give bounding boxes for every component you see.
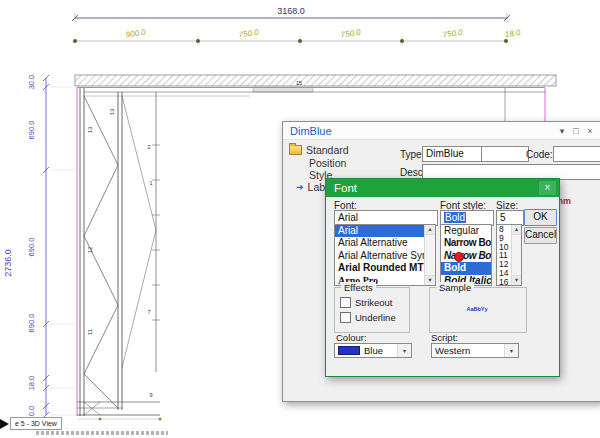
sample-group: Sample xyxy=(429,287,527,333)
tree-item-label: Position xyxy=(309,157,346,169)
h-dim-label: 900.0 xyxy=(125,28,147,40)
underline-checkbox[interactable]: Underline xyxy=(340,312,396,323)
type-field[interactable]: DimBlue xyxy=(422,146,486,162)
script-label: Script: xyxy=(431,332,458,343)
tree-item-standard[interactable]: Standard xyxy=(289,144,349,156)
effects-group-label: Effects xyxy=(341,282,376,293)
close-icon[interactable]: × xyxy=(539,181,556,195)
font-option[interactable]: Arial xyxy=(335,225,435,237)
font-dialog: Font × Font: Arial Arial Arial Alternati… xyxy=(325,178,560,377)
v-dim-label: 690.0 xyxy=(27,121,36,140)
checkbox-icon[interactable] xyxy=(340,312,351,323)
tree-item-position[interactable]: Position xyxy=(309,157,346,169)
bracing-lines xyxy=(84,96,156,415)
font-dialog-titlebar[interactable]: Font × xyxy=(326,179,559,197)
size-list-scrollbar[interactable]: ▲ ▼ xyxy=(511,225,521,285)
effects-group: Effects xyxy=(334,287,410,333)
code-field[interactable] xyxy=(553,146,600,162)
strikeout-label: Strikeout xyxy=(355,297,393,308)
chevron-down-icon[interactable]: ▾ xyxy=(504,344,518,357)
font-list-scrollbar[interactable]: ▲ ▼ xyxy=(424,225,435,285)
tab-scroll-arrow[interactable] xyxy=(0,419,9,429)
code-label: Code: xyxy=(526,149,553,160)
size-list[interactable]: 8 9 10 11 12 14 16 ▲ ▼ xyxy=(496,224,522,286)
scroll-down-icon[interactable]: ▼ xyxy=(512,275,521,285)
close-icon[interactable]: × xyxy=(583,126,597,136)
h-dim-label: 750.0 xyxy=(442,28,464,40)
cursor-dot xyxy=(454,252,464,262)
selected-arrow-icon: ➜ xyxy=(296,183,304,192)
folder-icon xyxy=(289,145,302,155)
overall-width-dim-label: 3168.0 xyxy=(277,6,305,16)
member-label: 7 xyxy=(147,309,150,315)
font-style-input-value: Bold xyxy=(444,212,466,223)
v-dim-label: 30.0 xyxy=(27,75,36,90)
v-dim-label: 18.0 xyxy=(27,376,36,391)
style-option[interactable]: Narrow Bold xyxy=(441,237,491,249)
member-label: 13 xyxy=(87,126,93,133)
script-dropdown[interactable]: Western ▾ xyxy=(431,343,519,358)
v-dim-label: 0.0 xyxy=(27,406,36,416)
member-label: 12 xyxy=(87,246,93,253)
wall-hatch xyxy=(75,75,556,92)
colour-label: Colour: xyxy=(336,332,367,343)
ok-button[interactable]: OK xyxy=(524,209,557,226)
scroll-down-icon[interactable]: ▼ xyxy=(425,275,435,285)
font-option[interactable]: Arial Alternative Symbol xyxy=(335,250,435,262)
type-aux-field[interactable] xyxy=(481,146,529,162)
chevron-down-icon[interactable]: ▾ xyxy=(397,344,411,357)
script-value: Western xyxy=(435,345,470,356)
dimblue-titlebar[interactable]: DimBlue ▾ □ × xyxy=(283,122,600,140)
member-label: 11 xyxy=(87,328,93,335)
status-bar-text-illegible xyxy=(36,431,168,435)
font-dialog-title: Font xyxy=(326,182,357,194)
colour-swatch xyxy=(338,346,360,355)
scroll-up-icon[interactable]: ▲ xyxy=(425,225,435,235)
member-labels: 13 13 12 11 15 2 1 7 9 xyxy=(87,80,302,398)
strikeout-checkbox[interactable]: Strikeout xyxy=(340,297,393,308)
left-dimension-chain: 30.0 690.0 690.0 690.0 18.0 0.0 2736.0 xyxy=(3,75,76,418)
bottom-dimension xyxy=(78,418,162,421)
overall-height-dim-label: 2736.0 xyxy=(3,249,13,277)
member-label: 2 xyxy=(147,144,150,150)
member-label: 15 xyxy=(296,80,302,86)
h-dim-label: 750.0 xyxy=(238,28,260,40)
float-window-icon[interactable]: □ xyxy=(569,126,583,136)
h-dim-label: 750.0 xyxy=(340,28,362,40)
segment-dimension-row: 900.0 750.0 750.0 750.0 18.0 xyxy=(73,28,522,46)
view-tab[interactable]: e 5 - 3D View xyxy=(10,417,62,430)
menu-caret-icon[interactable]: ▾ xyxy=(555,126,569,136)
font-option[interactable]: Arial Rounded MT xyxy=(335,262,435,274)
font-style-list[interactable]: Regular Narrow Bold Narrow Bold Italic B… xyxy=(440,224,492,286)
colour-value: Blue xyxy=(364,345,383,356)
v-dim-label: 690.0 xyxy=(27,238,36,257)
member-label: 9 xyxy=(149,392,152,398)
underline-label: Underline xyxy=(355,312,396,323)
colour-dropdown[interactable]: Blue ▾ xyxy=(334,343,412,358)
member-label: 1 xyxy=(149,180,152,186)
font-option[interactable]: Arial Alternative xyxy=(335,237,435,249)
top-dimension: 3168.0 xyxy=(72,6,510,23)
sample-group-label: Sample xyxy=(436,282,474,293)
checkbox-icon[interactable] xyxy=(340,297,351,308)
style-option[interactable]: Regular xyxy=(441,225,491,237)
dimblue-title: DimBlue xyxy=(283,125,332,137)
style-option[interactable]: Bold xyxy=(441,262,491,274)
font-list[interactable]: Arial Arial Alternative Arial Alternativ… xyxy=(334,224,436,286)
type-label: Type: xyxy=(400,149,424,160)
scroll-up-icon[interactable]: ▲ xyxy=(512,225,521,235)
tree-item-label: Standard xyxy=(306,144,349,156)
cancel-button[interactable]: Cancel xyxy=(524,227,557,244)
member-label: 13 xyxy=(109,108,115,115)
h-dim-label: 18.0 xyxy=(504,28,521,39)
v-dim-label: 690.0 xyxy=(27,314,36,333)
style-option[interactable]: Narrow Bold Italic xyxy=(441,250,491,262)
